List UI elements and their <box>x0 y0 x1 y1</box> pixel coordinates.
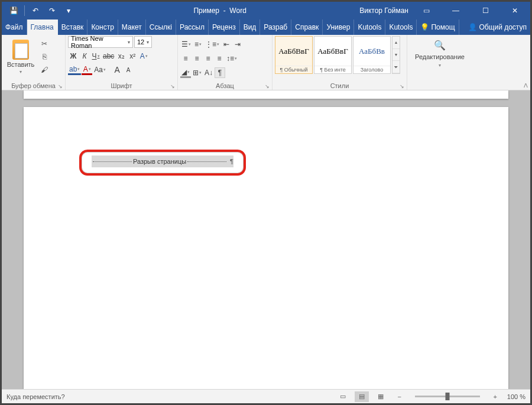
change-case-button[interactable]: Aa <box>93 64 107 75</box>
cut-icon[interactable]: ✂ <box>38 38 50 49</box>
collapse-ribbon-icon[interactable]: ᐱ <box>524 82 528 89</box>
text-effects-button[interactable]: A <box>138 51 149 61</box>
tab-file[interactable]: Файл <box>2 20 27 35</box>
ribbon-tabs: Файл Главна Вставк Констр Макет Ссылкі Р… <box>2 20 530 35</box>
underline-button[interactable]: Ч <box>90 51 101 61</box>
tab-review[interactable]: Реценз <box>209 20 240 35</box>
borders-button[interactable]: ⊞ <box>192 67 203 78</box>
styles-down-icon[interactable]: ▾ <box>392 49 400 61</box>
italic-button[interactable]: К <box>79 51 90 61</box>
share-label: Общий доступ <box>479 23 527 31</box>
align-center-button[interactable]: ≡ <box>192 53 202 64</box>
group-editing: 🔍 Редактирование ▾ <box>407 35 472 90</box>
superscript-button[interactable]: x² <box>127 51 138 61</box>
tab-insert[interactable]: Вставк <box>58 20 88 35</box>
show-marks-button[interactable]: ¶ <box>215 67 225 78</box>
styles-group-label: Стили ↘ <box>275 82 404 90</box>
shrink-font-button[interactable]: A <box>123 64 134 75</box>
document-area[interactable]: Разрыв страницы ¶ <box>2 90 530 389</box>
zoom-level[interactable]: 100 % <box>507 393 525 400</box>
editing-group-label <box>410 82 470 90</box>
share-button[interactable]: 👤 Общий доступ <box>465 20 530 35</box>
numbering-button[interactable]: ≡ <box>193 39 203 50</box>
shading-button[interactable]: ◢ <box>180 67 191 78</box>
maximize-icon[interactable]: ☐ <box>473 4 497 18</box>
annotation-highlight <box>79 150 246 176</box>
line-spacing-button[interactable]: ↕≡ <box>225 53 238 64</box>
paste-icon <box>12 40 29 60</box>
tab-design[interactable]: Констр <box>87 20 118 35</box>
editing-button[interactable]: 🔍 Редактирование ▾ <box>410 36 469 68</box>
paste-label: Вставить <box>7 61 35 68</box>
zoom-slider[interactable] <box>415 396 480 397</box>
font-color-button[interactable]: A <box>82 64 92 75</box>
styles-gallery: АаБбВвГ ¶ Обычный АаБбВвГ ¶ Без инте АаБ… <box>275 36 400 74</box>
tab-developer[interactable]: Разраб <box>260 20 291 35</box>
tab-references[interactable]: Ссылкі <box>146 20 176 35</box>
word-window: 💾 ↶ ↷ ▾ Пример - Word Виктор Гойман ▭ — … <box>0 0 532 405</box>
zoom-in-icon[interactable]: + <box>488 391 502 402</box>
tab-kutools[interactable]: Kutools <box>354 20 385 35</box>
tell-me[interactable]: 💡 Помощ <box>417 20 459 35</box>
style-name-label: ¶ Без инте <box>314 66 351 73</box>
redo-icon[interactable]: ↷ <box>45 4 59 18</box>
justify-button[interactable]: ≡ <box>214 53 225 64</box>
style-heading1[interactable]: АаБбВв Заголово <box>353 36 391 74</box>
multilevel-button[interactable]: ⋮≡ <box>204 39 220 50</box>
style-preview: АаБбВвГ <box>314 37 351 66</box>
increase-indent-button[interactable]: ⇥ <box>232 39 243 50</box>
share-icon: 👤 <box>468 23 477 31</box>
tell-me-label: Помощ <box>431 23 455 31</box>
sort-button[interactable]: A↓ <box>203 67 214 78</box>
zoom-thumb[interactable] <box>445 393 449 400</box>
font-name-combo[interactable]: Times New Roman <box>68 36 133 48</box>
minimize-icon[interactable]: — <box>444 4 468 18</box>
status-bar: Куда переместить? ▭ ▤ ▦ − + 100 % <box>2 389 530 403</box>
qat-customize-icon[interactable]: ▾ <box>61 4 76 18</box>
align-right-button[interactable]: ≡ <box>203 53 213 64</box>
tab-mailings[interactable]: Рассыл <box>176 20 209 35</box>
tab-univer[interactable]: Универ <box>323 20 354 35</box>
tab-help[interactable]: Справк <box>291 20 323 35</box>
undo-icon[interactable]: ↶ <box>28 4 43 18</box>
subscript-button[interactable]: x₂ <box>116 51 126 61</box>
ribbon-options-icon[interactable]: ▭ <box>414 4 438 18</box>
style-name-label: ¶ Обычный <box>275 66 312 73</box>
bullets-button[interactable]: ☰ <box>180 39 192 50</box>
find-icon: 🔍 <box>434 40 446 51</box>
tab-view[interactable]: Вид <box>240 20 261 35</box>
font-dialog-launcher[interactable]: ↘ <box>170 83 175 89</box>
zoom-out-icon[interactable]: − <box>392 391 407 402</box>
tab-kutools-plus[interactable]: Kutools <box>385 20 417 35</box>
previous-page-edge <box>24 90 508 99</box>
decrease-indent-button[interactable]: ⇤ <box>221 39 232 50</box>
web-layout-icon[interactable]: ▦ <box>374 391 388 402</box>
clipboard-dialog-launcher[interactable]: ↘ <box>58 83 63 89</box>
strike-button[interactable]: abc <box>102 51 115 61</box>
font-size-combo[interactable]: 12 <box>134 36 152 48</box>
style-name-label: Заголово <box>353 66 390 73</box>
copy-icon[interactable]: ⎘ <box>38 51 50 62</box>
style-normal[interactable]: АаБбВвГ ¶ Обычный <box>275 36 313 74</box>
styles-up-icon[interactable]: ▴ <box>392 37 400 49</box>
tab-layout[interactable]: Макет <box>118 20 146 35</box>
tab-home[interactable]: Главна <box>27 20 58 35</box>
print-layout-icon[interactable]: ▤ <box>355 391 369 402</box>
close-icon[interactable]: ✕ <box>503 4 527 18</box>
text-highlight-button[interactable]: ab <box>68 64 81 75</box>
save-icon[interactable]: 💾 <box>7 4 21 18</box>
grow-font-button[interactable]: A <box>112 64 122 75</box>
format-painter-icon[interactable]: 🖌 <box>38 64 50 75</box>
read-mode-icon[interactable]: ▭ <box>336 391 350 402</box>
styles-more-icon[interactable]: ⏷ <box>392 61 400 73</box>
titlebar-right: Виктор Гойман ▭ — ☐ ✕ <box>359 4 530 18</box>
page[interactable]: Разрыв страницы ¶ <box>24 107 508 389</box>
align-left-button[interactable]: ≡ <box>180 53 191 64</box>
bold-button[interactable]: Ж <box>68 51 79 61</box>
font-group-label: Шрифт ↘ <box>68 82 175 90</box>
paste-button[interactable]: Вставить ▾ <box>4 36 37 77</box>
paragraph-dialog-launcher[interactable]: ↘ <box>265 83 270 89</box>
window-title: Пример - Word <box>80 7 359 15</box>
style-no-spacing[interactable]: АаБбВвГ ¶ Без инте <box>314 36 352 74</box>
styles-dialog-launcher[interactable]: ↘ <box>400 83 404 89</box>
